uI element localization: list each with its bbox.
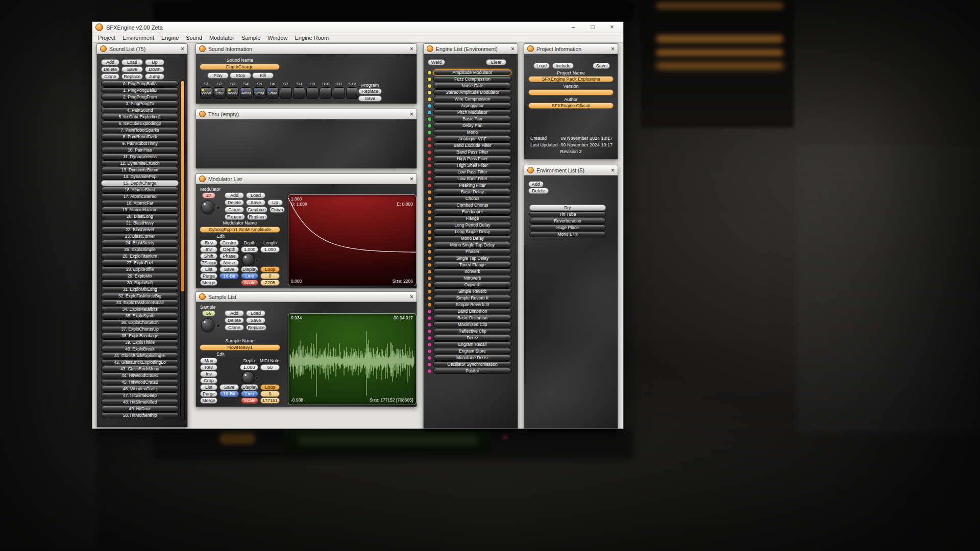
engine-list-item[interactable]: Fuzz Compression bbox=[428, 76, 511, 82]
environment-add-button[interactable]: Add bbox=[528, 181, 544, 187]
modulator-inv-button[interactable]: Inv bbox=[200, 246, 217, 253]
jump-button[interactable]: Jump bbox=[145, 73, 164, 80]
engine-list-item[interactable]: Band Pass Filter bbox=[428, 149, 511, 155]
modulator-add-button[interactable]: Add bbox=[225, 192, 244, 198]
sound-list-item[interactable]: 12. DynamiteCrunch bbox=[101, 160, 179, 166]
engine-list-item[interactable]: Low Pass Filter bbox=[428, 169, 511, 175]
close-icon[interactable]: × bbox=[604, 22, 620, 32]
engine-list-item[interactable]: Mono Single Tap Delay bbox=[428, 242, 511, 248]
sound-list-item[interactable]: 45. HitWoodCrate2 bbox=[101, 379, 179, 385]
engine-list-item[interactable]: Peaking Filter bbox=[428, 182, 511, 188]
modulator-combine-button[interactable]: Combine bbox=[246, 207, 267, 213]
sound-slot[interactable]: S11 bbox=[333, 82, 345, 99]
modulator-delete-button[interactable]: Delete bbox=[225, 199, 244, 206]
modulator-save2-button[interactable]: Save bbox=[219, 266, 239, 272]
sample-loop-toggle[interactable]: Loop bbox=[260, 384, 280, 390]
modulator-depth-value[interactable]: 1.000 bbox=[241, 246, 258, 253]
modulator-select-knob[interactable] bbox=[201, 201, 214, 214]
modulator-envelope-display[interactable]: 1.000 S: 1.000 E: 0.000 0.000 Size: 2206 bbox=[288, 194, 416, 286]
sound-list-item[interactable]: 22. BlastVelvet bbox=[101, 227, 179, 233]
sample-select-knob[interactable] bbox=[201, 318, 214, 332]
engine-list-item[interactable]: Flange bbox=[428, 215, 511, 221]
sample-list-titlebar[interactable]: Sample List × bbox=[196, 292, 416, 302]
sound-slot[interactable]: S7 bbox=[280, 82, 292, 99]
engine-list-item[interactable]: Combed Chorus bbox=[428, 202, 511, 208]
sample-rev-button[interactable]: Rev bbox=[200, 364, 217, 370]
engine-list-item[interactable]: Basic Pan bbox=[428, 116, 511, 122]
slot-box[interactable]: SmM bbox=[253, 87, 265, 99]
environment-list-item[interactable]: Mono L+R bbox=[529, 231, 606, 237]
sample-edit-knob[interactable] bbox=[242, 371, 254, 384]
modulator-display-button[interactable]: Display bbox=[241, 266, 258, 272]
sample-list-button[interactable]: List bbox=[200, 384, 217, 390]
engine-list-item[interactable]: Mono Delay bbox=[428, 235, 511, 241]
sound-slot[interactable]: S5 SmM bbox=[253, 82, 265, 99]
slot-box[interactable]: DsD bbox=[213, 87, 226, 99]
modulator-scale-toggle[interactable]: Scale bbox=[241, 280, 258, 286]
slot-box[interactable]: WvW bbox=[227, 87, 239, 99]
sound-list-item[interactable]: 27. ExploFuel bbox=[101, 260, 179, 266]
menu-item[interactable]: Window bbox=[264, 34, 291, 41]
sound-list-item[interactable]: 28. ExploRiffle bbox=[101, 266, 179, 272]
project-author-field[interactable]: SFXEngine Official bbox=[528, 103, 614, 109]
sound-list-item[interactable]: 7. PainRobotSparks bbox=[101, 127, 179, 133]
close-icon[interactable]: × bbox=[410, 109, 413, 119]
sound-slot[interactable]: S1 WvW bbox=[200, 82, 212, 99]
window-titlebar[interactable]: SFXEngine v2.00 Zeta – □ × bbox=[92, 22, 623, 33]
project-load-button[interactable]: Load bbox=[533, 63, 550, 69]
sample-waveform-display[interactable]: 0.934 00:04.017 -0.938 Size: 177152 [708… bbox=[288, 313, 416, 405]
sound-list-item[interactable]: 5. IceCubeExploding1 bbox=[101, 114, 179, 120]
sample-inv-button[interactable]: Inv bbox=[200, 371, 217, 377]
sample-scale-value[interactable]: 177151 bbox=[260, 397, 280, 404]
save-button[interactable]: Save bbox=[121, 66, 143, 72]
sound-list-item[interactable]: 9. PainRobotTinny bbox=[101, 140, 179, 146]
project-include-button[interactable]: Include bbox=[552, 63, 574, 69]
sound-list-item[interactable]: 47. HitSlimeDeep bbox=[101, 392, 179, 398]
engine-list-item[interactable]: Basic Delay bbox=[428, 189, 511, 195]
slot-box[interactable] bbox=[320, 87, 332, 99]
engine-list-item[interactable]: Simple Reverb bbox=[428, 288, 511, 294]
engine-list-titlebar[interactable]: Engine List (Environment) × bbox=[424, 44, 518, 54]
sample-bitdepth-toggle[interactable]: 16-Bit bbox=[219, 391, 239, 397]
sound-list-item[interactable]: 38. ExploBreakage bbox=[101, 333, 179, 339]
minimize-icon[interactable]: – bbox=[565, 22, 581, 32]
menu-item[interactable]: Engine Room bbox=[291, 34, 332, 41]
modulator-line-toggle[interactable]: Line bbox=[241, 273, 258, 279]
modulator-loop-toggle[interactable]: Loop bbox=[260, 266, 280, 272]
sound-list-item[interactable]: 48. HitSlimeKilled bbox=[101, 399, 179, 405]
engine-list-item[interactable]: Everlooper bbox=[428, 209, 511, 215]
close-icon[interactable]: × bbox=[511, 44, 514, 54]
modulator-load-button[interactable]: Load bbox=[246, 192, 265, 198]
clone-button[interactable]: Clone bbox=[101, 73, 119, 80]
sound-slot[interactable]: S9 bbox=[306, 82, 318, 99]
environment-list-item[interactable]: Dry bbox=[529, 205, 606, 211]
modulator-replace-button[interactable]: Replace bbox=[247, 214, 267, 220]
sample-midi-value[interactable]: 60 bbox=[260, 364, 280, 370]
sound-list-item[interactable]: 42. GlassBrickExplodingLo bbox=[101, 359, 179, 365]
sound-list-item[interactable]: 13. DynamiteBoom bbox=[101, 167, 179, 173]
sound-list-item[interactable]: 24. BlastSteely bbox=[101, 240, 179, 246]
modulator-bitdepth-toggle[interactable]: 16-Bit bbox=[219, 273, 239, 279]
engine-list-item[interactable]: Amplitude Modulator bbox=[428, 69, 511, 76]
up-button[interactable]: Up bbox=[145, 59, 164, 65]
engine-list-item[interactable]: Chorus bbox=[428, 195, 511, 202]
modulator-list-titlebar[interactable]: Modulator List × bbox=[196, 174, 416, 184]
sound-list-item[interactable]: 40. ExploBreak bbox=[101, 346, 179, 352]
modulator-edit-knob[interactable] bbox=[242, 254, 254, 266]
sound-list-item[interactable]: 46. WoodenCrate bbox=[101, 386, 179, 392]
sound-slot[interactable]: S6 SmM bbox=[266, 82, 279, 99]
environment-list-titlebar[interactable]: Environment List (5) × bbox=[524, 165, 618, 176]
sound-slot[interactable]: S10 bbox=[320, 82, 332, 99]
modulator-length-value[interactable]: 1.000 bbox=[260, 246, 280, 253]
sound-information-titlebar[interactable]: Sound Information × bbox=[196, 44, 416, 54]
close-icon[interactable]: × bbox=[611, 165, 615, 176]
slot-box[interactable]: WvW bbox=[200, 87, 212, 99]
scrollbar-thumb[interactable] bbox=[181, 81, 184, 291]
sound-list-item[interactable]: 41. GlassBrickExplodingHi bbox=[101, 353, 179, 359]
menu-item[interactable]: Project bbox=[94, 34, 119, 41]
engine-list-item[interactable]: Maximized Clip bbox=[428, 321, 511, 328]
sound-list-item[interactable]: 2. PingPongFrom bbox=[101, 94, 179, 100]
engine-list-item[interactable]: Tuned Flange bbox=[428, 262, 511, 268]
engine-list-item[interactable]: Analogue VCF bbox=[428, 136, 511, 142]
engine-list-item[interactable]: Oscillator Synchronisation bbox=[428, 361, 511, 367]
